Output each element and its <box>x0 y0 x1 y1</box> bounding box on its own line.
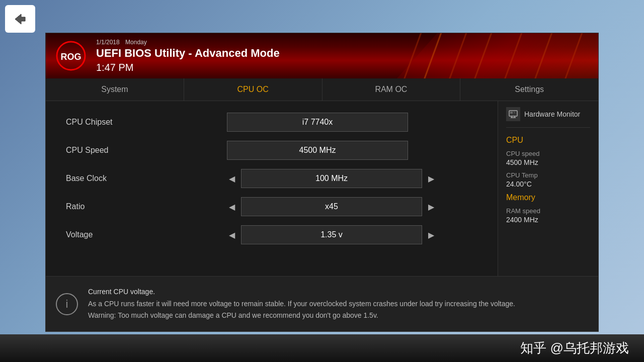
cpu-chipset-value[interactable]: i7 7740x <box>227 113 408 132</box>
cpu-chipset-control: i7 7740x <box>227 113 408 132</box>
watermark-text: 知乎 @乌托邦游戏 <box>520 339 629 357</box>
tab-ram-oc[interactable]: RAM OC <box>323 78 461 101</box>
bios-time: 1:47 PM <box>96 62 280 73</box>
ratio-label: Ratio <box>66 202 227 211</box>
hardware-monitor-header: Hardware Monitor <box>506 107 590 128</box>
bios-day: Monday <box>125 39 147 46</box>
ratio-control: ◀ x45 ▶ <box>227 197 436 216</box>
bios-navigation: System CPU OC RAM OC Settings <box>46 78 598 101</box>
base-clock-value[interactable]: 100 MHz <box>241 169 422 188</box>
rog-logo: ROG <box>56 41 86 71</box>
hw-ram-speed-label: RAM speed <box>506 207 590 215</box>
tab-cpu-oc[interactable]: CPU OC <box>184 78 323 101</box>
info-primary: Current CPU voltage. <box>88 286 515 298</box>
info-icon: i <box>56 293 78 315</box>
setting-cpu-speed: CPU Speed 4500 MHz <box>66 139 477 161</box>
hw-cpu-temp-value: 24.00°C <box>506 180 590 188</box>
setting-base-clock: Base Clock ◀ 100 MHz ▶ <box>66 167 477 190</box>
cpu-speed-label: CPU Speed <box>66 146 227 155</box>
hw-memory-title: Memory <box>506 193 590 202</box>
tab-settings[interactable]: Settings <box>460 78 598 101</box>
voltage-arrow-left[interactable]: ◀ <box>227 230 237 240</box>
hardware-monitor-panel: Hardware Monitor CPU CPU speed 4500 MHz … <box>498 101 598 276</box>
bios-window: ROG 1/1/2018 Monday UEFI BIOS Utility - … <box>45 33 599 332</box>
bios-title: UEFI BIOS Utility - Advanced Mode <box>96 47 280 60</box>
hw-cpu-speed-value: 4500 MHz <box>506 158 590 166</box>
info-text: Current CPU voltage. As a CPU runs faste… <box>88 286 515 322</box>
main-panel: CPU Chipset i7 7740x CPU Speed 4500 MHz … <box>46 101 498 276</box>
voltage-control: ◀ 1.35 v ▶ <box>227 225 436 244</box>
setting-ratio: Ratio ◀ x45 ▶ <box>66 196 477 218</box>
base-clock-label: Base Clock <box>66 174 227 183</box>
svg-rect-5 <box>514 112 515 112</box>
base-clock-control: ◀ 100 MHz ▶ <box>227 169 436 188</box>
header-decoration <box>347 33 598 78</box>
svg-rect-4 <box>510 112 513 114</box>
app-icon[interactable] <box>5 5 35 33</box>
voltage-arrow-right[interactable]: ▶ <box>426 230 436 240</box>
tab-system[interactable]: System <box>46 78 184 101</box>
bios-date: 1/1/2018 <box>96 39 120 46</box>
hw-cpu-speed-label: CPU speed <box>506 150 590 157</box>
hw-ram-speed-value: 2400 MHz <box>506 216 590 224</box>
hardware-monitor-icon <box>506 107 520 121</box>
hardware-monitor-title: Hardware Monitor <box>524 110 580 118</box>
voltage-label: Voltage <box>66 230 227 239</box>
base-clock-arrow-right[interactable]: ▶ <box>426 174 436 184</box>
base-clock-arrow-left[interactable]: ◀ <box>227 174 237 184</box>
cpu-speed-control: 4500 MHz <box>227 141 408 160</box>
hw-cpu-section: CPU CPU speed 4500 MHz CPU Temp 24.00°C <box>506 136 590 188</box>
info-detail1: As a CPU runs faster it will need more v… <box>88 298 515 310</box>
bios-header: ROG 1/1/2018 Monday UEFI BIOS Utility - … <box>46 33 598 78</box>
ratio-arrow-right[interactable]: ▶ <box>426 202 436 212</box>
hw-memory-section: Memory RAM speed 2400 MHz <box>506 193 590 224</box>
info-detail2: Warning: Too much voltage can damage a C… <box>88 310 515 322</box>
hw-cpu-title: CPU <box>506 136 590 145</box>
svg-rect-6 <box>514 113 515 113</box>
cpu-speed-value[interactable]: 4500 MHz <box>227 141 408 160</box>
setting-voltage: Voltage ◀ 1.35 v ▶ <box>66 224 477 246</box>
hw-cpu-temp-label: CPU Temp <box>506 171 590 179</box>
ratio-value[interactable]: x45 <box>241 197 422 216</box>
ratio-arrow-left[interactable]: ◀ <box>227 202 237 212</box>
cpu-chipset-label: CPU Chipset <box>66 118 227 127</box>
bios-content: CPU Chipset i7 7740x CPU Speed 4500 MHz … <box>46 101 598 276</box>
info-bar: i Current CPU voltage. As a CPU runs fas… <box>46 276 598 331</box>
svg-text:ROG: ROG <box>60 52 81 62</box>
header-text: 1/1/2018 Monday UEFI BIOS Utility - Adva… <box>96 39 280 73</box>
setting-cpu-chipset: CPU Chipset i7 7740x <box>66 111 477 133</box>
watermark-bar: 知乎 @乌托邦游戏 <box>0 334 644 362</box>
voltage-value[interactable]: 1.35 v <box>241 225 422 244</box>
